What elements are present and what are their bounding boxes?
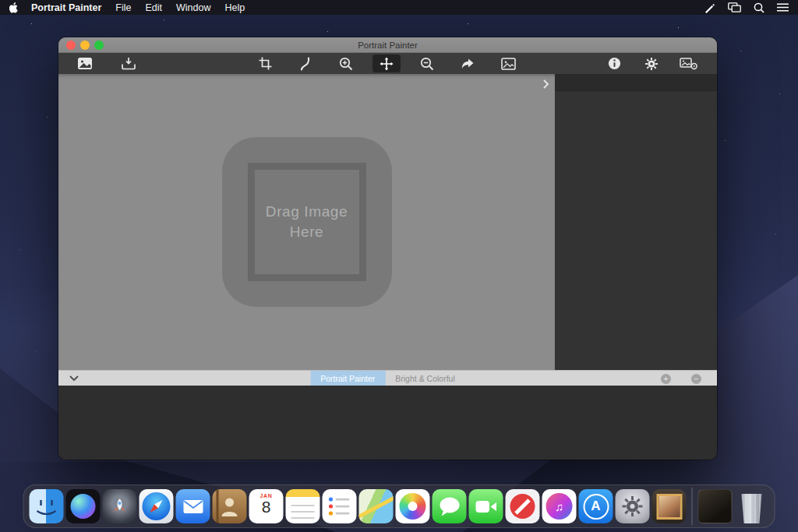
preset-strip-area	[58, 386, 717, 460]
drop-zone-border: Drag Image Here	[248, 163, 366, 281]
image-drop-zone[interactable]: Drag Image Here	[222, 137, 392, 307]
mail-icon[interactable]	[176, 489, 210, 523]
import-icon[interactable]	[115, 55, 143, 72]
frame-image-icon[interactable]	[494, 55, 522, 72]
itunes-icon[interactable]	[542, 489, 577, 523]
menu-item-edit[interactable]: Edit	[145, 2, 162, 13]
tab-portrait-painter[interactable]: Portrait Painter	[310, 371, 385, 386]
export-batch-icon[interactable]	[675, 55, 703, 72]
settings-gear-icon[interactable]	[637, 55, 666, 72]
apple-menu-icon[interactable]	[9, 2, 19, 13]
pen-icon[interactable]	[704, 2, 715, 13]
side-panel-header	[555, 74, 717, 91]
menu-item-file[interactable]: File	[115, 2, 131, 13]
photos-icon[interactable]	[396, 489, 430, 523]
displays-icon[interactable]	[728, 2, 741, 12]
app-store-icon[interactable]	[579, 489, 613, 523]
calendar-icon[interactable]: JAN 8	[249, 489, 284, 523]
drop-zone-label-line2: Here	[290, 222, 324, 242]
traffic-lights	[66, 41, 104, 50]
dock-separator	[692, 488, 693, 525]
maps-road	[359, 494, 394, 520]
itunes-note	[546, 493, 573, 520]
close-button[interactable]	[66, 41, 76, 50]
chevron-right-icon[interactable]	[542, 78, 549, 92]
zoom-button[interactable]	[94, 41, 104, 50]
share-icon[interactable]	[454, 55, 482, 72]
preset-bar: Portrait Painter Bright & Colorful + −	[58, 370, 717, 386]
menu-item-window[interactable]: Window	[176, 2, 210, 13]
contacts-book-spine	[217, 489, 219, 523]
add-preset-button[interactable]: +	[661, 374, 671, 384]
toolbar-right-group	[600, 53, 703, 74]
preset-tabs: Portrait Painter Bright & Colorful	[310, 371, 464, 386]
siri-icon[interactable]	[66, 489, 101, 523]
photos-flower	[400, 493, 426, 520]
notes-icon[interactable]	[286, 489, 320, 523]
portrait-painter-frame	[656, 494, 682, 520]
tab-bright-colorful[interactable]: Bright & Colorful	[385, 371, 464, 386]
reminders-icon[interactable]	[323, 489, 357, 523]
messages-icon[interactable]	[433, 489, 467, 523]
spotlight-icon[interactable]	[754, 2, 764, 13]
toolbar-left-group	[71, 53, 143, 74]
info-icon[interactable]	[600, 55, 628, 72]
app-store-a	[583, 494, 609, 520]
remove-preset-button[interactable]: −	[691, 374, 701, 384]
siri-orb	[71, 494, 96, 519]
minimize-button[interactable]	[80, 41, 90, 50]
canvas-area[interactable]: Drag Image Here	[58, 74, 555, 370]
toolbar-center-group	[251, 53, 522, 74]
trash-basket	[740, 494, 763, 523]
contacts-icon[interactable]	[213, 489, 247, 523]
system-preferences-icon[interactable]	[616, 489, 650, 523]
no-entry-sign	[510, 494, 535, 519]
photo-library-icon[interactable]	[71, 55, 99, 72]
recent-image-icon[interactable]	[698, 489, 733, 523]
facetime-icon[interactable]	[469, 489, 503, 523]
drop-zone-label-line1: Drag Image	[266, 202, 348, 222]
zoom-in-icon[interactable]	[332, 55, 360, 72]
menu-item-help[interactable]: Help	[224, 2, 245, 13]
crop-icon[interactable]	[251, 55, 279, 72]
zoom-out-icon[interactable]	[413, 55, 441, 72]
chevron-down-icon[interactable]	[69, 374, 79, 383]
trash-icon[interactable]	[735, 489, 769, 523]
safari-compass	[143, 492, 171, 520]
brush-icon[interactable]	[291, 55, 320, 72]
menu-bar: Portrait Painter File Edit Window Help	[0, 0, 798, 15]
finder-icon[interactable]	[30, 489, 64, 523]
maps-icon[interactable]	[359, 489, 394, 523]
dock: JAN 8	[23, 484, 775, 528]
launchpad-icon[interactable]	[103, 489, 137, 523]
notes-lines	[291, 505, 315, 506]
title-bar[interactable]: Portrait Painter	[58, 37, 717, 53]
safari-icon[interactable]	[139, 489, 174, 523]
toolbar	[58, 53, 717, 74]
menu-app-name[interactable]: Portrait Painter	[31, 2, 101, 13]
window-title: Portrait Painter	[358, 41, 418, 50]
side-panel	[555, 74, 717, 370]
workspace: Drag Image Here	[58, 74, 717, 370]
list-icon[interactable]	[777, 3, 789, 12]
blocked-app-icon[interactable]	[506, 489, 540, 523]
portrait-painter-app-icon[interactable]	[652, 489, 687, 523]
calendar-day-label: 8	[262, 499, 271, 516]
move-tool-icon[interactable]	[373, 55, 401, 72]
portrait-painter-window: Portrait Painter	[58, 37, 717, 460]
